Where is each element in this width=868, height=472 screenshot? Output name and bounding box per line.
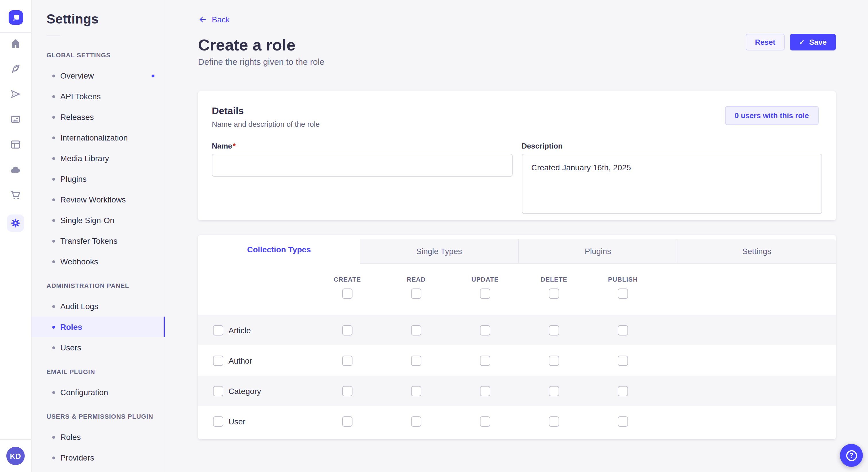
column-header-create: CREATE	[313, 276, 382, 283]
author-read-checkbox[interactable]	[411, 355, 422, 366]
avatar[interactable]: KD	[6, 447, 25, 465]
user-read-checkbox[interactable]	[411, 416, 422, 427]
layout-icon[interactable]	[9, 139, 21, 150]
sidebar-item-configuration[interactable]: Configuration	[32, 382, 165, 403]
bullet-icon	[52, 391, 55, 394]
settings-gear-icon[interactable]	[7, 214, 24, 232]
sidebar-item-review-workflows[interactable]: Review Workflows	[32, 189, 165, 210]
select-all-publish-checkbox[interactable]	[618, 289, 628, 299]
reset-button[interactable]: Reset	[746, 34, 784, 50]
strapi-admin-app: KD Settings GLOBAL SETTINGS Overview API…	[0, 0, 868, 472]
category-read-checkbox[interactable]	[411, 386, 422, 396]
main-content: Back Create a role Define the rights giv…	[165, 0, 868, 472]
sidebar-item-media-library[interactable]: Media Library	[32, 148, 165, 169]
row-label: Article	[228, 326, 251, 335]
category-create-checkbox[interactable]	[342, 386, 352, 396]
user-create-checkbox[interactable]	[342, 416, 352, 427]
cart-icon[interactable]	[9, 189, 21, 201]
user-update-checkbox[interactable]	[480, 416, 490, 427]
section-email-plugin: EMAIL PLUGIN	[46, 367, 165, 376]
article-create-checkbox[interactable]	[342, 325, 352, 335]
row-select-checkbox[interactable]	[213, 386, 223, 396]
bullet-icon	[52, 239, 55, 242]
required-asterisk: *	[233, 142, 236, 150]
article-update-checkbox[interactable]	[480, 325, 490, 335]
sidebar-item-audit-logs[interactable]: Audit Logs	[32, 296, 165, 316]
description-textarea[interactable]: Created January 16th, 2025	[522, 154, 822, 214]
bullet-icon	[52, 95, 55, 98]
row-select-checkbox[interactable]	[213, 355, 223, 366]
home-icon[interactable]	[9, 38, 21, 49]
article-delete-checkbox[interactable]	[549, 325, 559, 335]
users-with-role-button[interactable]: 0 users with this role	[725, 106, 818, 125]
tab-plugins[interactable]: Plugins	[518, 239, 677, 263]
media-library-icon[interactable]	[9, 113, 21, 125]
name-label: Name*	[212, 142, 236, 150]
article-read-checkbox[interactable]	[411, 325, 422, 335]
sidebar-item-webhooks[interactable]: Webhooks	[32, 251, 165, 272]
sidebar-item-single-sign-on[interactable]: Single Sign-On	[32, 210, 165, 231]
paper-plane-icon[interactable]	[9, 88, 21, 100]
sidebar-item-providers[interactable]: Providers	[32, 447, 165, 468]
description-field-group: Description Created January 16th, 2025	[522, 140, 822, 216]
name-field-group: Name*	[212, 140, 513, 216]
sidebar-item-plugins[interactable]: Plugins	[32, 169, 165, 189]
permissions-table-body: Article Author	[198, 315, 836, 436]
tab-collection-types[interactable]: Collection Types	[198, 235, 360, 264]
row-label: Category	[228, 386, 261, 396]
divider	[46, 36, 60, 36]
icon-rail: KD	[0, 0, 32, 472]
permissions-table-header: CREATE READ UPDATE DELETE PUBLISH	[198, 264, 836, 315]
row-select-checkbox[interactable]	[213, 325, 223, 335]
row-label: User	[228, 417, 245, 426]
category-update-checkbox[interactable]	[480, 386, 490, 396]
bullet-icon	[52, 136, 55, 139]
sidebar-item-roles-up[interactable]: Roles	[32, 427, 165, 447]
tab-single-types[interactable]: Single Types	[360, 239, 518, 263]
bullet-icon	[52, 177, 55, 180]
back-link[interactable]: Back	[198, 14, 229, 25]
select-all-delete-checkbox[interactable]	[549, 289, 559, 299]
name-input[interactable]	[212, 154, 513, 177]
bullet-icon	[52, 346, 55, 349]
category-delete-checkbox[interactable]	[549, 386, 559, 396]
page-subtitle: Define the rights given to the role	[198, 56, 836, 68]
bullet-icon	[52, 198, 55, 201]
sidebar-title: Settings	[46, 10, 165, 28]
article-publish-checkbox[interactable]	[618, 325, 628, 335]
row-label: Author	[228, 356, 252, 365]
cloud-icon[interactable]	[9, 164, 21, 175]
category-publish-checkbox[interactable]	[618, 386, 628, 396]
sidebar-item-transfer-tokens[interactable]: Transfer Tokens	[32, 231, 165, 251]
author-publish-checkbox[interactable]	[618, 355, 628, 366]
sidebar-item-overview[interactable]: Overview	[32, 65, 165, 86]
help-button[interactable]: ?	[840, 444, 863, 467]
rail-divider	[0, 439, 31, 440]
sidebar-item-users[interactable]: Users	[32, 337, 165, 358]
feather-icon[interactable]	[9, 63, 21, 74]
row-select-checkbox[interactable]	[213, 416, 223, 427]
select-all-read-checkbox[interactable]	[411, 289, 422, 299]
bullet-icon	[52, 115, 55, 119]
user-publish-checkbox[interactable]	[618, 416, 628, 427]
user-delete-checkbox[interactable]	[549, 416, 559, 427]
description-label: Description	[522, 142, 563, 150]
select-all-create-checkbox[interactable]	[342, 289, 352, 299]
table-row-author: Author	[198, 345, 836, 376]
bullet-icon	[52, 326, 55, 328]
author-update-checkbox[interactable]	[480, 355, 490, 366]
sidebar-item-roles-admin[interactable]: Roles	[32, 316, 165, 337]
author-delete-checkbox[interactable]	[549, 355, 559, 366]
column-header-delete: DELETE	[520, 276, 588, 283]
author-create-checkbox[interactable]	[342, 355, 352, 366]
sidebar-item-api-tokens[interactable]: API Tokens	[32, 86, 165, 107]
bullet-icon	[52, 436, 55, 438]
rail-divider	[0, 32, 31, 33]
sidebar-item-releases[interactable]: Releases	[32, 107, 165, 127]
strapi-logo-icon[interactable]	[9, 10, 23, 25]
select-all-update-checkbox[interactable]	[480, 289, 490, 299]
save-button[interactable]: ✓ Save	[789, 34, 836, 50]
column-header-read: READ	[382, 276, 451, 283]
sidebar-item-internationalization[interactable]: Internationalization	[32, 127, 165, 148]
tab-settings[interactable]: Settings	[677, 239, 836, 263]
